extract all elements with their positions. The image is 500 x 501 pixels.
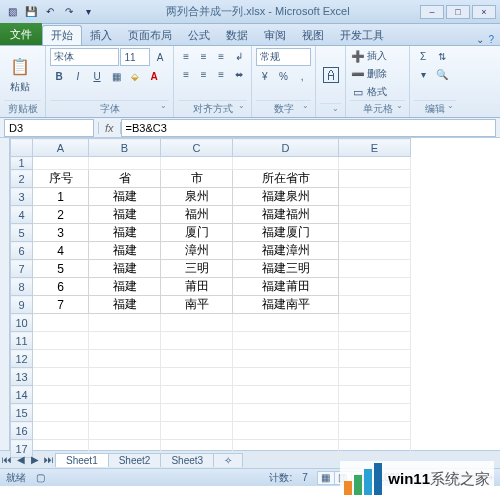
comma-button[interactable]: , — [293, 68, 311, 84]
merge-button[interactable]: ⬌ — [231, 66, 248, 82]
autosum-button[interactable]: Σ — [414, 48, 432, 64]
cell[interactable] — [89, 386, 161, 404]
cell[interactable]: 福建泉州 — [233, 188, 339, 206]
cell[interactable] — [33, 314, 89, 332]
align-center-icon[interactable]: ≡ — [196, 66, 213, 82]
tab-formulas[interactable]: 公式 — [180, 25, 218, 45]
save-icon[interactable]: 💾 — [23, 4, 39, 20]
row-header[interactable]: 1 — [11, 157, 33, 170]
paste-button[interactable]: 📋粘贴 — [4, 53, 36, 96]
formula-input[interactable]: =B3&C3 — [121, 119, 496, 137]
table-row[interactable]: 13 — [11, 368, 411, 386]
sheet-nav-first[interactable]: ⏮ — [0, 454, 14, 465]
tab-insert[interactable]: 插入 — [82, 25, 120, 45]
cell[interactable]: 漳州 — [161, 242, 233, 260]
table-row[interactable]: 1 — [11, 157, 411, 170]
cell[interactable]: 福建厦门 — [233, 224, 339, 242]
cell[interactable] — [233, 440, 339, 458]
cell[interactable] — [339, 278, 411, 296]
cell[interactable]: 市 — [161, 170, 233, 188]
underline-button[interactable]: U — [88, 68, 106, 84]
cell[interactable]: 福建 — [89, 224, 161, 242]
sheet-nav-next[interactable]: ▶ — [28, 454, 42, 465]
cell[interactable] — [339, 206, 411, 224]
cell[interactable] — [339, 422, 411, 440]
cell[interactable] — [339, 404, 411, 422]
row-header[interactable]: 15 — [11, 404, 33, 422]
cell[interactable] — [339, 440, 411, 458]
table-row[interactable]: 15 — [11, 404, 411, 422]
minimize-button[interactable]: – — [420, 5, 444, 19]
cell[interactable]: 所在省市 — [233, 170, 339, 188]
cell[interactable] — [89, 368, 161, 386]
increase-font-icon[interactable]: A — [151, 49, 169, 65]
cell[interactable]: 福建 — [89, 188, 161, 206]
table-row[interactable]: 97福建南平福建南平 — [11, 296, 411, 314]
row-header[interactable]: 9 — [11, 296, 33, 314]
cell[interactable]: 序号 — [33, 170, 89, 188]
cell[interactable]: 福建 — [89, 296, 161, 314]
row-header[interactable]: 12 — [11, 350, 33, 368]
cell[interactable] — [339, 188, 411, 206]
sheet-nav-last[interactable]: ⏭ — [42, 454, 56, 465]
tab-review[interactable]: 审阅 — [256, 25, 294, 45]
cell[interactable] — [161, 422, 233, 440]
border-button[interactable]: ▦ — [107, 68, 125, 84]
cell[interactable]: 三明 — [161, 260, 233, 278]
redo-icon[interactable]: ↷ — [61, 4, 77, 20]
cell[interactable]: 6 — [33, 278, 89, 296]
row-header[interactable]: 14 — [11, 386, 33, 404]
styles-icon[interactable]: 🄰 — [320, 64, 341, 88]
fill-button[interactable]: ▾ — [414, 66, 432, 82]
align-left-icon[interactable]: ≡ — [178, 66, 195, 82]
view-normal-button[interactable]: ▦ — [317, 471, 335, 485]
align-top-icon[interactable]: ≡ — [178, 48, 195, 64]
cell[interactable]: 省 — [89, 170, 161, 188]
cell[interactable]: 福建南平 — [233, 296, 339, 314]
new-sheet-button[interactable]: ✧ — [213, 453, 243, 467]
table-row[interactable]: 31福建泉州福建泉州 — [11, 188, 411, 206]
name-box[interactable]: D3 — [4, 119, 94, 137]
maximize-button[interactable]: □ — [446, 5, 470, 19]
row-header[interactable]: 7 — [11, 260, 33, 278]
close-button[interactable]: × — [472, 5, 496, 19]
tab-view[interactable]: 视图 — [294, 25, 332, 45]
cell[interactable] — [161, 386, 233, 404]
cell[interactable] — [89, 157, 161, 170]
cell[interactable]: 南平 — [161, 296, 233, 314]
select-all-button[interactable] — [11, 139, 33, 157]
row-header[interactable]: 13 — [11, 368, 33, 386]
align-right-icon[interactable]: ≡ — [213, 66, 230, 82]
table-row[interactable]: 53福建厦门福建厦门 — [11, 224, 411, 242]
wrap-text-button[interactable]: ↲ — [231, 48, 248, 64]
cell[interactable] — [161, 332, 233, 350]
cell[interactable] — [33, 332, 89, 350]
col-header-A[interactable]: A — [33, 139, 89, 157]
sheet-tab-2[interactable]: Sheet2 — [108, 453, 162, 467]
cell[interactable]: 福建 — [89, 206, 161, 224]
cell[interactable] — [33, 157, 89, 170]
cell[interactable] — [233, 157, 339, 170]
cell[interactable] — [339, 157, 411, 170]
row-header[interactable]: 8 — [11, 278, 33, 296]
fill-color-button[interactable]: ⬙ — [126, 68, 144, 84]
cell[interactable] — [161, 404, 233, 422]
help-icon[interactable]: ? — [488, 34, 494, 45]
cell[interactable] — [339, 242, 411, 260]
table-row[interactable]: 14 — [11, 386, 411, 404]
cell[interactable] — [339, 224, 411, 242]
cell[interactable] — [161, 368, 233, 386]
cell[interactable] — [89, 332, 161, 350]
delete-cells-button[interactable]: ➖删除 — [350, 66, 405, 82]
italic-button[interactable]: I — [69, 68, 87, 84]
cell[interactable]: 福建漳州 — [233, 242, 339, 260]
col-header-B[interactable]: B — [89, 139, 161, 157]
cell[interactable]: 福建 — [89, 242, 161, 260]
font-color-button[interactable]: A — [145, 68, 163, 84]
sheet-tab-3[interactable]: Sheet3 — [160, 453, 214, 467]
cell[interactable] — [233, 422, 339, 440]
cell[interactable]: 泉州 — [161, 188, 233, 206]
cell[interactable] — [339, 368, 411, 386]
cell[interactable]: 福建莆田 — [233, 278, 339, 296]
cell[interactable]: 福建福州 — [233, 206, 339, 224]
